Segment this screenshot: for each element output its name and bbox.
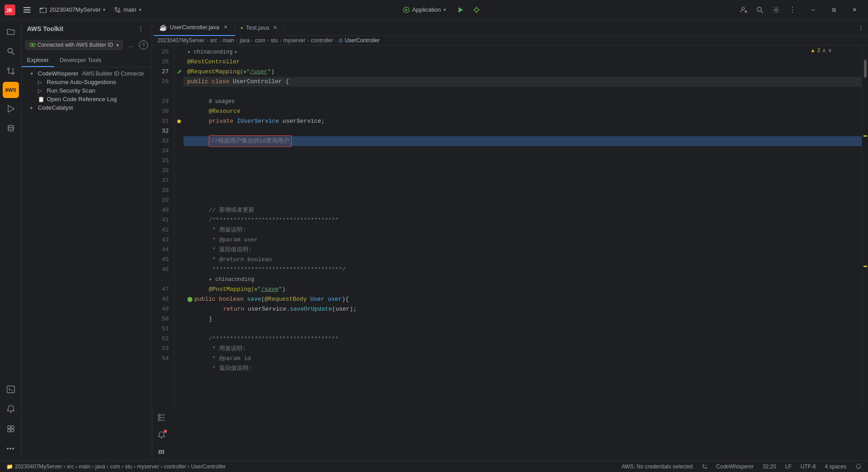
tree-item-run-security-scan[interactable]: ▷ Run Security Scan bbox=[22, 86, 152, 95]
gutter-31 bbox=[175, 116, 184, 126]
breadcrumb-controller[interactable]: controller bbox=[311, 37, 333, 44]
breadcrumb-java[interactable]: java bbox=[240, 37, 250, 44]
scrollbar-thumb[interactable] bbox=[864, 60, 867, 78]
statusbar-aws-label: AWS: No credentials selected bbox=[621, 463, 693, 470]
sidebar-terminal-button[interactable] bbox=[2, 380, 20, 398]
code-line-44: * @return boolean bbox=[184, 255, 862, 265]
run-config-selector[interactable]: Application ▾ bbox=[399, 4, 450, 15]
line-num-46: 46 bbox=[152, 265, 174, 275]
minimize-button[interactable]: ─ bbox=[803, 3, 823, 17]
right-panel-structure-button[interactable] bbox=[154, 410, 169, 424]
tree-item-resume-auto-suggestions[interactable]: ▷ Resume Auto-Suggestions bbox=[22, 78, 152, 86]
breadcrumb-src[interactable]: src bbox=[210, 37, 217, 44]
breadcrumb-main[interactable]: main bbox=[223, 37, 234, 44]
editor-tabs-more-button[interactable]: ⋮ bbox=[855, 22, 866, 33]
debug-button[interactable] bbox=[470, 4, 483, 16]
statusbar-path-label: 20230407MyServer › src › main › java › c… bbox=[15, 463, 226, 470]
settings-gear-icon bbox=[772, 6, 780, 14]
hamburger-menu-button[interactable] bbox=[20, 3, 34, 17]
right-notification-button[interactable] bbox=[154, 428, 169, 442]
run-button[interactable] bbox=[454, 4, 467, 16]
tree-item-codecatalyst[interactable]: ▸ CodeCatalyst bbox=[22, 103, 152, 112]
panel-title: AWS Toolkit bbox=[27, 25, 63, 32]
statusbar-indent[interactable]: 4 spaces bbox=[822, 461, 849, 472]
window-controls: ─ ⧉ ✕ bbox=[803, 3, 864, 17]
breadcrumb: 20230407MyServer › src › main › java › c… bbox=[152, 36, 868, 45]
breadcrumb-project[interactable]: 20230407MyServer bbox=[157, 37, 205, 44]
warning-indicator[interactable]: ▲ 2 ∧ ∨ bbox=[810, 47, 832, 53]
notification-badge bbox=[164, 430, 167, 433]
code-line-32: //根据用户集合的id查询用户 bbox=[184, 136, 862, 146]
code-line-30: private IUserService userService; bbox=[184, 116, 862, 126]
line-num-41: 41 bbox=[152, 215, 174, 225]
panel-more-button[interactable]: ⋮ bbox=[135, 23, 146, 34]
warning-icon: ▲ bbox=[810, 47, 815, 53]
breadcrumb-usercontroller[interactable]: UserController bbox=[345, 37, 379, 44]
right-m-icon[interactable]: m bbox=[154, 444, 169, 459]
test-tab-close-button[interactable]: ✕ bbox=[272, 24, 279, 31]
sidebar-more-button[interactable]: ••• bbox=[2, 440, 20, 458]
tab-test[interactable]: ● Test.java ✕ bbox=[235, 20, 285, 36]
tab-user-controller[interactable]: ☕ UserController.java ✕ bbox=[154, 20, 235, 36]
code-line-36 bbox=[184, 176, 862, 186]
project-name-button[interactable]: 20230407MyServer ▾ bbox=[36, 4, 109, 15]
codecatalyst-chevron-icon: ▸ bbox=[31, 105, 36, 110]
kw-class: class bbox=[212, 77, 233, 87]
fn-save: save bbox=[247, 294, 261, 304]
mapping-url[interactable]: /user bbox=[250, 67, 267, 77]
add-user-button[interactable] bbox=[737, 3, 751, 17]
code-line-50 bbox=[184, 324, 862, 334]
statusbar-encoding[interactable]: UTF-8 bbox=[798, 461, 819, 472]
sidebar-more-icon: ••• bbox=[7, 445, 15, 452]
sidebar-search-button[interactable] bbox=[2, 42, 20, 60]
panel-tabs-row: Explorer Developer Tools bbox=[22, 54, 152, 67]
connection-help-button[interactable]: ? bbox=[139, 40, 148, 49]
tab-explorer[interactable]: Explorer bbox=[22, 54, 54, 67]
code-line-37 bbox=[184, 186, 862, 196]
annotation-post-mapping: @PostMapping( bbox=[209, 285, 254, 294]
aws-connection-dropdown[interactable]: Connected with AWS Builder ID ▾ bbox=[25, 40, 123, 50]
statusbar-aws[interactable]: AWS: No credentials selected bbox=[619, 461, 695, 472]
breadcrumb-com[interactable]: com bbox=[255, 37, 265, 44]
cmt-42: * @param user bbox=[209, 235, 258, 245]
tree-item-open-code-reference-log[interactable]: 📋 Open Code Reference Log bbox=[22, 95, 152, 103]
panel-header-actions: ⋮ bbox=[135, 23, 146, 34]
user-controller-tab-close-button[interactable]: ✕ bbox=[222, 24, 229, 31]
tree-item-codewhisperer[interactable]: ▾ CodeWhisperer AWS Builder ID Connecte bbox=[22, 69, 152, 78]
line-num-27: 27 bbox=[152, 67, 174, 77]
sidebar-notification-button[interactable] bbox=[2, 400, 20, 418]
breadcrumb-stu[interactable]: stu bbox=[270, 37, 278, 44]
statusbar-position[interactable]: 32:20 bbox=[760, 461, 779, 472]
cmt-52: * 用途说明: bbox=[209, 344, 246, 354]
statusbar-path[interactable]: 📁 20230407MyServer › src › main › java ›… bbox=[4, 461, 229, 472]
run-config-chevron: ▾ bbox=[444, 7, 446, 12]
statusbar-codewhisperer[interactable]: CodeWhisperer bbox=[714, 461, 756, 472]
search-button[interactable] bbox=[753, 3, 767, 17]
warning-nav-up[interactable]: ∧ bbox=[822, 47, 826, 53]
sidebar-git-button[interactable] bbox=[2, 62, 20, 80]
scroll-indicator-yellow-1 bbox=[864, 135, 867, 137]
statusbar-git-branch[interactable] bbox=[699, 461, 710, 472]
aws-label: AWS bbox=[5, 87, 16, 93]
sidebar-run-button[interactable] bbox=[2, 100, 20, 118]
more-actions-button[interactable]: ⋮ bbox=[785, 3, 800, 17]
connection-more-button[interactable]: … bbox=[126, 40, 136, 50]
statusbar-encoding-label: UTF-8 bbox=[801, 463, 816, 470]
breadcrumb-myserver[interactable]: myserver bbox=[283, 37, 305, 44]
sidebar-database-button[interactable] bbox=[2, 120, 20, 138]
branch-name-button[interactable]: main ▾ bbox=[111, 4, 144, 15]
restore-button[interactable]: ⧉ bbox=[824, 3, 844, 17]
warning-nav-down[interactable]: ∨ bbox=[828, 47, 832, 53]
tab-developer-tools[interactable]: Developer Tools bbox=[54, 54, 107, 67]
statusbar-line-separator[interactable]: LF bbox=[783, 461, 794, 472]
settings-button[interactable] bbox=[769, 3, 783, 17]
sidebar-plugins-button[interactable] bbox=[2, 420, 20, 438]
post-url[interactable]: /save bbox=[261, 285, 279, 294]
sidebar-folder-button[interactable] bbox=[2, 22, 20, 40]
statusbar-notifications[interactable] bbox=[853, 461, 864, 472]
editor-scrollbar[interactable] bbox=[862, 45, 868, 408]
code-area[interactable]: ✦ chinaconding ▾ @RestController @Reques… bbox=[184, 45, 862, 408]
close-button[interactable]: ✕ bbox=[845, 3, 864, 17]
aws-badge-button[interactable]: AWS bbox=[3, 82, 19, 98]
code-line-41: * 用途说明: bbox=[184, 225, 862, 235]
